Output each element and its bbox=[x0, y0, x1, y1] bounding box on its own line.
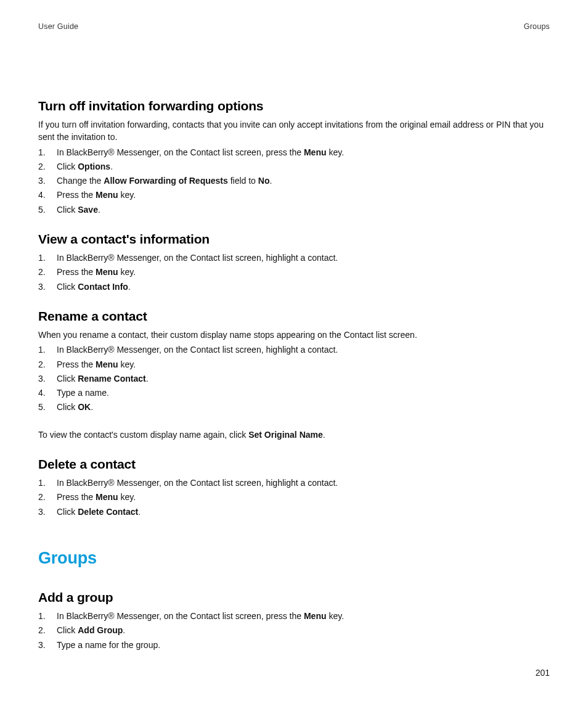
section-turn-off-invitation: Turn off invitation forwarding options I… bbox=[38, 99, 550, 216]
list-item: Click Options. bbox=[38, 160, 550, 173]
section-delete-contact: Delete a contact In BlackBerry® Messenge… bbox=[38, 457, 550, 518]
steps-view-contact: In BlackBerry® Messenger, on the Contact… bbox=[38, 252, 550, 293]
page-number: 201 bbox=[536, 668, 550, 678]
list-item: Click Add Group. bbox=[38, 624, 550, 636]
list-item: Click Rename Contact. bbox=[38, 372, 550, 385]
list-item: Press the Menu key. bbox=[38, 358, 550, 371]
page-header: User Guide Groups bbox=[38, 22, 550, 31]
heading-delete-contact: Delete a contact bbox=[38, 457, 550, 472]
list-item: Type a name for the group. bbox=[38, 639, 550, 651]
section-add-group: Add a group In BlackBerry® Messenger, on… bbox=[38, 590, 550, 651]
section-rename-contact: Rename a contact When you rename a conta… bbox=[38, 309, 550, 441]
list-item: Press the Menu key. bbox=[38, 491, 550, 503]
list-item: Click Contact Info. bbox=[38, 281, 550, 293]
list-item: In BlackBerry® Messenger, on the Contact… bbox=[38, 477, 550, 489]
list-item: In BlackBerry® Messenger, on the Contact… bbox=[38, 610, 550, 622]
steps-delete-contact: In BlackBerry® Messenger, on the Contact… bbox=[38, 477, 550, 518]
steps-rename-contact: In BlackBerry® Messenger, on the Contact… bbox=[38, 343, 550, 413]
chapter-title-groups: Groups bbox=[38, 549, 550, 568]
list-item: In BlackBerry® Messenger, on the Contact… bbox=[38, 146, 550, 158]
header-right: Groups bbox=[524, 22, 550, 31]
intro-rename-contact: When you rename a contact, their custom … bbox=[38, 329, 550, 341]
steps-add-group: In BlackBerry® Messenger, on the Contact… bbox=[38, 610, 550, 651]
list-item: Press the Menu key. bbox=[38, 266, 550, 278]
list-item: Change the Allow Forwarding of Requests … bbox=[38, 174, 550, 187]
list-item: Click OK. bbox=[38, 401, 550, 413]
heading-add-group: Add a group bbox=[38, 590, 550, 605]
header-left: User Guide bbox=[38, 22, 78, 31]
list-item: In BlackBerry® Messenger, on the Contact… bbox=[38, 252, 550, 264]
heading-view-contact: View a contact's information bbox=[38, 232, 550, 247]
list-item: Press the Menu key. bbox=[38, 189, 550, 201]
heading-turn-off-invitation: Turn off invitation forwarding options bbox=[38, 99, 550, 113]
section-view-contact: View a contact's information In BlackBer… bbox=[38, 232, 550, 293]
list-item: Click Delete Contact. bbox=[38, 506, 550, 518]
trailing-rename-contact: To view the contact's custom display nam… bbox=[38, 429, 550, 441]
list-item: In BlackBerry® Messenger, on the Contact… bbox=[38, 343, 550, 356]
list-item: Type a name. bbox=[38, 387, 550, 399]
steps-turn-off-invitation: In BlackBerry® Messenger, on the Contact… bbox=[38, 146, 550, 216]
heading-rename-contact: Rename a contact bbox=[38, 309, 550, 324]
list-item: Click Save. bbox=[38, 203, 550, 216]
intro-turn-off-invitation: If you turn off invitation forwarding, c… bbox=[38, 118, 550, 144]
